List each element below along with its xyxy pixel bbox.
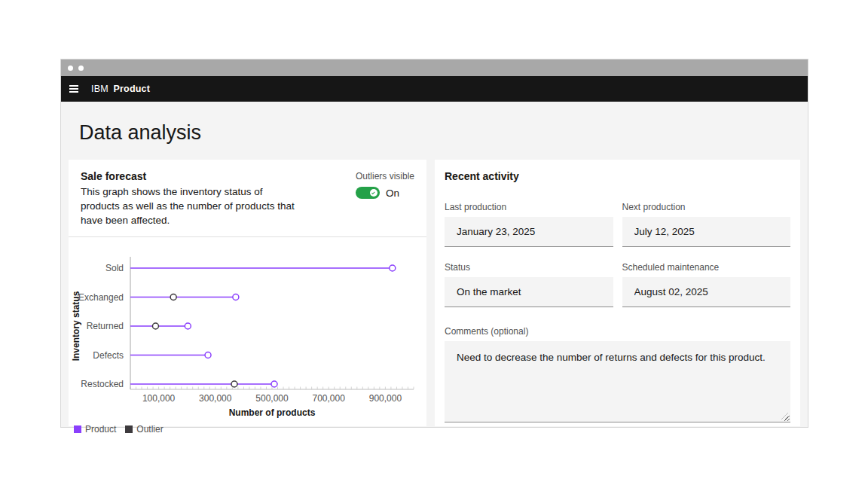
- legend-label: Product: [85, 424, 116, 435]
- sale-forecast-header: Sale forecast This graph shows the inven…: [69, 160, 426, 236]
- next-production-input[interactable]: [622, 217, 791, 247]
- svg-text:300,000: 300,000: [199, 393, 232, 404]
- svg-text:Defects: Defects: [93, 350, 124, 361]
- field-label: Scheduled maintenance: [622, 261, 791, 273]
- svg-text:500,000: 500,000: [255, 393, 289, 404]
- form-grid: Last production Next production Status: [445, 201, 790, 322]
- sale-forecast-card: Sale forecast This graph shows the inven…: [69, 160, 426, 426]
- field-next-production: Next production: [622, 201, 791, 247]
- field-label: Comments (optional): [445, 325, 790, 337]
- window-titlebar: [61, 59, 808, 76]
- toggle-label: Outliers visible: [356, 170, 414, 182]
- page-content: Data analysis Sale forecast This graph s…: [61, 102, 808, 427]
- window-dot-icon[interactable]: [68, 66, 73, 71]
- hamburger-menu-icon[interactable]: [69, 82, 79, 96]
- toggle-state-text: On: [386, 188, 399, 199]
- screen: IBM Product Data analysis Sale forecast …: [0, 0, 868, 488]
- svg-text:Returned: Returned: [87, 321, 124, 331]
- comments-textarea[interactable]: Need to decrease the number of returns a…: [445, 341, 790, 422]
- outliers-toggle-block: Outliers visible On: [356, 169, 414, 227]
- brand: IBM Product: [91, 84, 150, 94]
- toggle-row: On: [356, 187, 414, 199]
- svg-text:Exchanged: Exchanged: [78, 292, 124, 303]
- status-input[interactable]: [445, 277, 613, 307]
- brand-name: Product: [114, 84, 151, 94]
- card-title: Recent activity: [445, 169, 790, 183]
- sale-forecast-text: Sale forecast This graph shows the inven…: [81, 169, 303, 227]
- field-label: Last production: [445, 201, 613, 213]
- comments-section: Comments (optional) Need to decrease the…: [445, 325, 790, 422]
- svg-text:900,000: 900,000: [369, 393, 402, 404]
- field-last-production: Last production: [445, 201, 613, 247]
- outliers-toggle[interactable]: [356, 187, 380, 199]
- field-label: Next production: [622, 201, 791, 213]
- scheduled-maintenance-input[interactable]: [622, 277, 791, 307]
- svg-text:Sold: Sold: [105, 263, 124, 273]
- card-description: This graph shows the inventory status of…: [81, 185, 303, 227]
- legend-label: Outlier: [136, 424, 163, 435]
- legend-item-product[interactable]: Product: [74, 424, 116, 435]
- svg-text:700,000: 700,000: [313, 393, 346, 404]
- app-header: IBM Product: [61, 76, 808, 102]
- app-window: IBM Product Data analysis Sale forecast …: [60, 59, 808, 428]
- comments-textarea-wrap: Need to decrease the number of returns a…: [445, 341, 790, 422]
- svg-text:Number of products: Number of products: [229, 407, 316, 418]
- svg-text:100,000: 100,000: [142, 393, 176, 404]
- page-title: Data analysis: [69, 102, 800, 145]
- svg-text:Restocked: Restocked: [81, 379, 124, 389]
- legend-item-outlier[interactable]: Outlier: [125, 424, 163, 435]
- last-production-input[interactable]: [445, 217, 613, 247]
- brand-prefix: IBM: [91, 84, 108, 94]
- field-status: Status: [445, 261, 613, 307]
- toggle-knob-check-icon: [370, 189, 377, 197]
- sale-forecast-chart: 100,000300,000500,000700,000900,000Numbe…: [69, 237, 426, 422]
- recent-activity-card: Recent activity Last production Next pro…: [435, 160, 800, 426]
- legend-swatch-outlier: [125, 425, 133, 433]
- card-title: Sale forecast: [81, 169, 303, 183]
- field-scheduled-maintenance: Scheduled maintenance: [622, 261, 791, 307]
- chart-legend: Product Outlier: [74, 424, 426, 435]
- cards-row: Sale forecast This graph shows the inven…: [69, 160, 800, 426]
- legend-swatch-product: [74, 425, 81, 433]
- window-dot-icon[interactable]: [78, 66, 84, 71]
- field-label: Status: [445, 261, 613, 273]
